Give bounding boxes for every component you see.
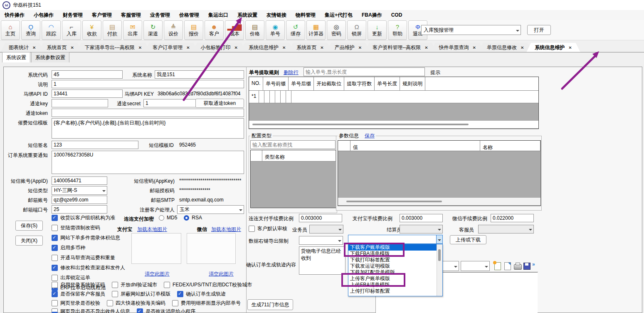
rules-column-header[interactable]: 单号长度	[375, 77, 400, 90]
toolbar-button[interactable]: ✉ 出库	[123, 20, 142, 40]
checkbox[interactable]	[52, 245, 58, 251]
dropdown-item[interactable]: 下载加打配货单模版	[348, 269, 437, 276]
radio-button[interactable]	[184, 215, 189, 221]
checkbox[interactable]	[52, 291, 58, 297]
toolbar-button[interactable]: ↓ 更新	[368, 20, 387, 40]
checkbox[interactable]	[52, 255, 58, 261]
tab-close-icon[interactable]: ✕	[138, 45, 142, 50]
mail-account-input[interactable]	[52, 196, 107, 204]
sub-tab[interactable]: 系统参数设置	[31, 52, 69, 62]
params-save-link[interactable]: 保存	[365, 132, 375, 139]
rule-cell[interactable]	[270, 91, 275, 103]
system-name-input[interactable]	[155, 70, 244, 79]
checkbox-option[interactable]: 是否推送消息给小程序	[137, 308, 195, 313]
mail-port-input[interactable]	[52, 205, 107, 214]
toolbar-button[interactable]: ◉ 单号	[266, 20, 285, 40]
rule-cell[interactable]	[281, 91, 286, 103]
checkbox[interactable]	[249, 226, 255, 232]
track-content-textarea[interactable]: 货物电子信息已经收到	[299, 246, 345, 275]
delete-row-link[interactable]: 删除行	[284, 69, 299, 76]
sales-combobox[interactable]	[309, 225, 343, 234]
rule-cell[interactable]	[264, 91, 270, 103]
sms-sign-input[interactable]	[52, 141, 138, 149]
dropdown-item[interactable]: 下载客户账单模版	[348, 244, 437, 251]
toolbar-button[interactable]: ? 帮助	[388, 20, 407, 40]
document-tab[interactable]: 快件单票查询 ✕	[431, 43, 484, 52]
checkbox-option[interactable]: 网站下单多件需录体积信息	[52, 234, 125, 241]
menu-item[interactable]: 价格管理	[175, 12, 204, 19]
tab-close-icon[interactable]: ✕	[32, 45, 36, 50]
checkbox[interactable]	[164, 282, 170, 288]
checkbox[interactable]	[52, 300, 58, 306]
radio-button[interactable]	[159, 215, 164, 221]
system-code-input[interactable]	[52, 70, 123, 79]
menu-item[interactable]: 客服管理	[116, 12, 146, 19]
rules-table-hscrollbar[interactable]	[249, 121, 538, 128]
save-file-button[interactable]	[522, 261, 531, 271]
template-combobox[interactable]	[348, 235, 443, 244]
menu-item[interactable]: 财务管理	[58, 12, 87, 19]
checkbox-option[interactable]: 开通马帮查询运费和重量	[52, 254, 125, 261]
document-tab[interactable]: 系统首页 ✕	[288, 43, 332, 52]
checkbox-option[interactable]: 网页导出是否不导出收件人信息	[52, 308, 130, 313]
document-tab[interactable]: 小包标签打印 ✕	[192, 43, 246, 52]
get-tongtu-token-button[interactable]: 获取通途token	[195, 99, 244, 108]
checkbox-option[interactable]: 开放dhl验证城市	[112, 281, 157, 288]
sub-tab[interactable]: 系统设置	[2, 52, 30, 62]
toolbar-button[interactable]: ≜ 设价	[164, 20, 183, 40]
rules-column-header[interactable]: 开始截取位	[314, 77, 344, 90]
rule-cell[interactable]	[275, 91, 281, 103]
rule-cell[interactable]	[259, 91, 264, 103]
document-tab[interactable]: 系统信息维护 ✕	[240, 43, 294, 52]
tongtu-secret-input[interactable]	[143, 99, 199, 107]
menu-item[interactable]: 集运+代打包	[320, 12, 357, 19]
tongtu-key-input[interactable]	[52, 99, 108, 107]
toolbar-button[interactable]: Ω 锁屏	[347, 20, 366, 40]
menu-item[interactable]: 系统设置	[233, 12, 262, 19]
radio-option[interactable]: RSA	[184, 215, 202, 221]
tab-close-icon[interactable]: ✕	[521, 45, 524, 50]
params-hscrollbar[interactable]	[338, 198, 540, 205]
rule-search-input[interactable]	[303, 67, 425, 76]
checkbox[interactable]	[112, 291, 118, 297]
wechat-fee-input[interactable]	[491, 214, 534, 222]
checkbox-option[interactable]: FEDEX/UPS/TNT启用DCT校验城市	[164, 281, 252, 288]
toolbar-button[interactable]: ▦ 计算器	[306, 20, 326, 40]
checkbox[interactable]	[112, 282, 118, 288]
toolbar-button[interactable]: ▤ 报价	[184, 20, 203, 40]
lianlian-fee-input[interactable]	[299, 214, 342, 222]
tab-close-icon[interactable]: ✕	[568, 45, 572, 50]
description-input[interactable]	[52, 80, 244, 88]
upload-download-button[interactable]: 上传或下载	[450, 235, 486, 244]
dropdown-item[interactable]: 下载FBA清单模版	[348, 251, 437, 257]
editor-font-combobox[interactable]	[441, 261, 459, 271]
checkbox[interactable]	[177, 291, 183, 297]
document-tab[interactable]: 客户订单管理 ✕	[144, 43, 198, 52]
dun-sms-template-textarea[interactable]: {客户名称},{客户代码},{余额},{当前日期},{当前时间}	[52, 118, 244, 139]
alipay-clear-image-link[interactable]: 清空此图片	[145, 271, 170, 278]
toolbar-button[interactable]: ▤ 价格	[245, 20, 264, 40]
wechat-load-image-link[interactable]: 加载本地图片	[211, 226, 241, 233]
mail-auth-input[interactable]	[177, 186, 244, 194]
checkbox[interactable]	[52, 275, 58, 281]
radio-option[interactable]: MD5	[159, 215, 177, 221]
toolbar-button[interactable]: ☻ 客户	[205, 20, 224, 40]
print-button[interactable]	[513, 261, 522, 271]
tab-close-icon[interactable]: ✕	[320, 45, 323, 50]
customer-audit-option[interactable]: 客户默认审核	[249, 225, 287, 232]
menu-item[interactable]: 小包操作	[29, 12, 58, 19]
tongtu-token-input[interactable]	[52, 109, 244, 117]
generate-711-button[interactable]: 生成711门市信息	[247, 299, 293, 310]
checkbox-option[interactable]: 修改和出货检查渠道和发件人	[52, 264, 125, 271]
menu-item[interactable]: COD	[387, 12, 407, 18]
document-tab[interactable]: 产品维护 ✕	[326, 43, 370, 52]
tab-close-icon[interactable]: ✕	[186, 45, 190, 50]
checkbox-option[interactable]: 四大快递校验海关编码	[107, 300, 165, 307]
checkbox-option[interactable]: 启用登录系统验证码	[52, 281, 105, 288]
wechat-clear-image-link[interactable]: 清空此图片	[209, 271, 234, 278]
new-document-button[interactable]	[493, 261, 502, 271]
toolbar-button[interactable]: ⌂ 主页	[1, 20, 20, 40]
toolbar-button[interactable]: ↺ 缓存	[286, 20, 305, 40]
checkbox[interactable]	[107, 300, 113, 306]
toolbar-button[interactable]: ¥ 收款	[82, 20, 101, 40]
